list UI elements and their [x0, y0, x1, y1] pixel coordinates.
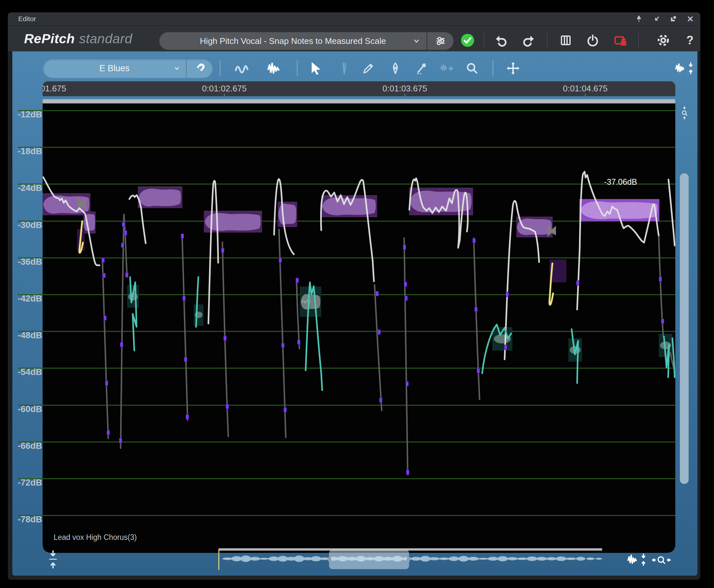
preset-dropdown[interactable]: High Pitch Vocal - Snap Notes to Measure… [159, 32, 427, 50]
power-button[interactable] [585, 33, 601, 48]
scale-capsule: E Blues [43, 59, 213, 78]
pitch-node[interactable] [284, 407, 287, 413]
vertical-scrollbar[interactable] [680, 173, 689, 484]
scale-label: E Blues [99, 63, 129, 74]
time-ruler[interactable]: 0:01:01.675 0:01:02.675 0:01:03.675 0:01… [43, 81, 675, 96]
header-bar: RePitch standard High Pitch Vocal - Snap… [8, 26, 700, 52]
pen-tool-button[interactable] [388, 61, 403, 76]
toolbar-separator [220, 61, 220, 76]
viewport-handle-right[interactable] [407, 556, 410, 562]
pitch-wave-icon [234, 61, 250, 76]
pitch-node[interactable] [403, 245, 406, 250]
status-check-button[interactable] [460, 33, 475, 48]
level-curve-view-button[interactable] [266, 61, 282, 76]
pitch-node[interactable] [120, 342, 123, 347]
pitch-node[interactable] [406, 470, 409, 475]
move-tool-button[interactable] [505, 61, 521, 76]
pitch-node[interactable] [185, 357, 187, 362]
chevron-down-icon [412, 37, 421, 46]
pitch-node[interactable] [378, 330, 381, 335]
svg-text:-78dB: -78dB [18, 514, 42, 524]
note-envelope [278, 204, 296, 225]
scale-dropdown[interactable]: E Blues [43, 59, 186, 78]
pitch-node[interactable] [122, 222, 125, 227]
undo-button[interactable] [493, 33, 509, 48]
vertical-waveform-zoom-button[interactable] [674, 60, 695, 77]
viewport-handle-left[interactable] [328, 556, 331, 562]
pitch-node[interactable] [405, 296, 408, 301]
header-separator [484, 33, 484, 47]
settings-button[interactable] [655, 33, 671, 48]
cursor-tool-button[interactable] [308, 61, 324, 76]
svg-text:-72dB: -72dB [18, 478, 42, 487]
pitch-node[interactable] [279, 258, 282, 263]
pitch-node[interactable] [183, 296, 186, 301]
help-button[interactable]: ? [682, 33, 698, 48]
svg-text:-48dB: -48dB [18, 331, 42, 340]
pitch-node[interactable] [107, 430, 110, 435]
pitch-node[interactable] [298, 340, 300, 345]
overview-waveform-blobs [222, 555, 602, 562]
pitch-node[interactable] [380, 398, 382, 403]
preset-settings-button[interactable] [427, 32, 454, 50]
pitch-node[interactable] [221, 248, 224, 253]
redo-button[interactable] [521, 33, 537, 48]
pitch-node[interactable] [104, 316, 107, 321]
pitch-node[interactable] [186, 415, 189, 420]
line-tool-button[interactable] [414, 61, 430, 76]
capture-lock-button[interactable] [612, 33, 628, 48]
help-icon: ? [686, 34, 693, 47]
vertical-zoom-button[interactable] [679, 102, 690, 124]
close-icon[interactable] [685, 14, 695, 24]
restore-layout-icon[interactable] [669, 14, 678, 24]
pitch-node[interactable] [126, 273, 128, 277]
pitch-node[interactable] [376, 291, 379, 296]
pitch-node[interactable] [124, 231, 127, 235]
wave-edit-tool-button[interactable] [439, 61, 455, 76]
waveform-vzoom-button[interactable] [626, 552, 648, 567]
waveform-overview[interactable] [213, 546, 606, 571]
collapse-tracks-button[interactable] [45, 549, 61, 570]
pitch-node[interactable] [181, 234, 184, 239]
pitch-node[interactable] [504, 345, 507, 350]
dock-arrow-icon[interactable] [652, 14, 662, 24]
pitch-node[interactable] [119, 438, 122, 443]
pencil-tool-button[interactable] [361, 61, 376, 76]
pitch-editor-canvas[interactable]: -12dB-18dB -24dB-30dB -36dB-42dB -48dB-5… [18, 103, 675, 553]
horizontal-scrollbar[interactable] [43, 99, 675, 103]
pitch-node[interactable] [577, 281, 579, 286]
zoom-tool-button[interactable] [464, 61, 480, 76]
horizontal-zoom-button[interactable] [649, 553, 674, 567]
pitch-node[interactable] [226, 404, 229, 409]
pin-icon[interactable] [634, 14, 644, 24]
waveform-icon [266, 61, 282, 76]
note-envelope [517, 218, 552, 235]
vzoom-magnifier-icon [680, 102, 689, 123]
pitch-node[interactable] [473, 238, 476, 243]
svg-text:-18dB: -18dB [18, 146, 42, 156]
svg-text:-60dB: -60dB [18, 404, 42, 414]
editor-background[interactable] [43, 103, 675, 553]
app-logo: RePitch standard [24, 26, 132, 52]
cursor-icon [308, 61, 324, 76]
pitch-node[interactable] [121, 243, 124, 248]
tweezers-tool-button[interactable] [337, 61, 352, 76]
pitch-node[interactable] [224, 336, 226, 341]
pen-nib-icon [388, 61, 403, 76]
pitch-curve-view-button[interactable] [234, 61, 250, 76]
pitch-node[interactable] [296, 278, 299, 283]
pitch-node[interactable] [105, 381, 108, 386]
pitch-node[interactable] [282, 343, 284, 348]
pitch-node[interactable] [661, 319, 664, 324]
columns-view-button[interactable] [558, 33, 574, 48]
overview-viewport[interactable] [329, 550, 409, 569]
snap-magnet-button[interactable] [187, 59, 213, 78]
pitch-node[interactable] [477, 369, 480, 373]
pitch-node[interactable] [103, 273, 106, 278]
pitch-node[interactable] [102, 258, 105, 263]
pitch-node[interactable] [404, 282, 407, 287]
pitch-node[interactable] [406, 381, 409, 386]
pitch-node[interactable] [475, 307, 478, 312]
pitch-node[interactable] [659, 277, 662, 282]
pitch-node[interactable] [506, 292, 509, 297]
